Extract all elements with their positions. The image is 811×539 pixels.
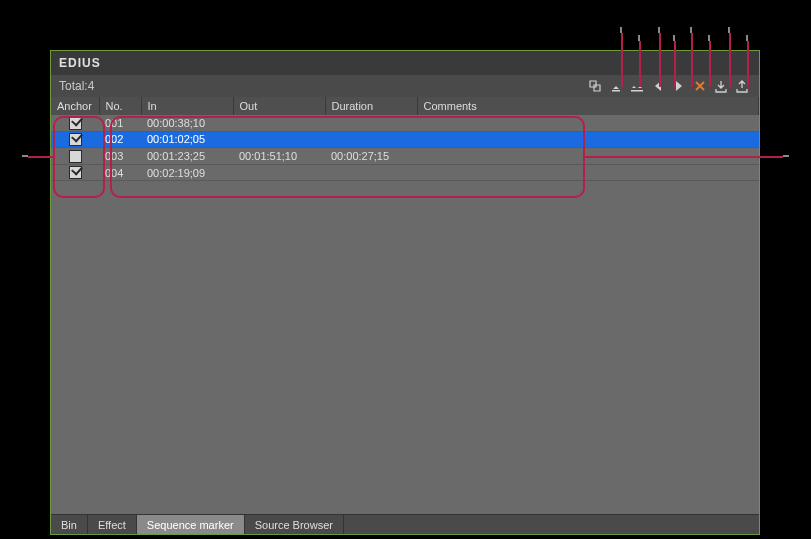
cell-duration [325, 115, 417, 131]
cell-out [233, 131, 325, 148]
annotation-tick [638, 35, 640, 41]
cell-no: 002 [99, 131, 141, 148]
svg-rect-1 [631, 90, 643, 92]
cell-comments [417, 164, 759, 181]
annotation-tick [708, 35, 710, 41]
anchor-checkbox[interactable] [69, 133, 82, 146]
tabbar: BinEffectSequence markerSource Browser [51, 514, 759, 534]
col-duration[interactable]: Duration [325, 97, 417, 115]
cell-comments [417, 148, 759, 165]
next-icon[interactable] [670, 77, 688, 95]
marker-panel-window: EDIUS Total:4 [50, 50, 760, 535]
cell-no: 004 [99, 164, 141, 181]
table-row[interactable]: 00400:02:19;09 [51, 164, 759, 181]
cell-in: 00:02:19;09 [141, 164, 233, 181]
cell-in: 00:00:38;10 [141, 115, 233, 131]
col-out[interactable]: Out [233, 97, 325, 115]
annotation-tick [783, 155, 789, 157]
anchor-checkbox[interactable] [69, 117, 82, 130]
export-icon[interactable] [733, 77, 751, 95]
set-inout-marker-icon[interactable] [628, 77, 646, 95]
anchor-checkbox[interactable] [69, 166, 82, 179]
tab-source-browser[interactable]: Source Browser [245, 515, 344, 534]
table-row[interactable]: 00300:01:23;2500:01:51;1000:00:27;15 [51, 148, 759, 165]
annotation-tick [673, 35, 675, 41]
cell-comments [417, 131, 759, 148]
cell-comments [417, 115, 759, 131]
tab-bin[interactable]: Bin [51, 515, 88, 534]
delete-icon[interactable] [691, 77, 709, 95]
annotation-tick [22, 155, 28, 157]
marker-list[interactable]: Anchor No. In Out Duration Comments 0010… [51, 97, 759, 514]
cell-duration [325, 131, 417, 148]
prev-icon[interactable] [649, 77, 667, 95]
annotation-tick [690, 27, 692, 33]
total-label: Total:4 [59, 79, 94, 93]
col-no[interactable]: No. [99, 97, 141, 115]
table-row[interactable]: 00100:00:38;10 [51, 115, 759, 131]
cell-in: 00:01:02;05 [141, 131, 233, 148]
annotation-tick [728, 27, 730, 33]
cell-out [233, 115, 325, 131]
col-in[interactable]: In [141, 97, 233, 115]
toggle-marker-icon[interactable] [586, 77, 604, 95]
tab-sequence-marker[interactable]: Sequence marker [137, 515, 245, 534]
cell-no: 001 [99, 115, 141, 131]
topbar: Total:4 [51, 75, 759, 97]
tab-effect[interactable]: Effect [88, 515, 137, 534]
col-comments[interactable]: Comments [417, 97, 759, 115]
cell-duration [325, 164, 417, 181]
annotation-tick [658, 27, 660, 33]
header-row: Anchor No. In Out Duration Comments [51, 97, 759, 115]
toolbar [586, 77, 751, 95]
cell-duration: 00:00:27;15 [325, 148, 417, 165]
cell-no: 003 [99, 148, 141, 165]
import-icon[interactable] [712, 77, 730, 95]
anchor-checkbox[interactable] [69, 150, 82, 163]
set-marker-icon[interactable] [607, 77, 625, 95]
table-row[interactable]: 00200:01:02;05 [51, 131, 759, 148]
cell-out: 00:01:51;10 [233, 148, 325, 165]
annotation-tick [620, 27, 622, 33]
titlebar: EDIUS [51, 51, 759, 75]
col-anchor[interactable]: Anchor [51, 97, 99, 115]
cell-out [233, 164, 325, 181]
cell-in: 00:01:23;25 [141, 148, 233, 165]
annotation-tick [746, 35, 748, 41]
svg-rect-0 [612, 90, 620, 92]
app-title: EDIUS [59, 56, 101, 70]
